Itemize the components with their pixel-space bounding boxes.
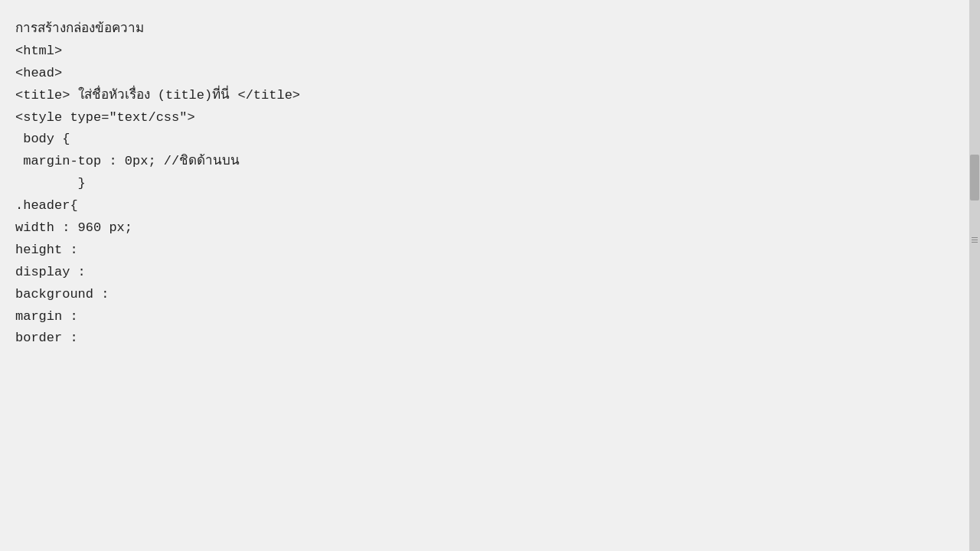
line-margin-top: margin-top : 0px; //ชิดด้านบน [15, 151, 954, 173]
scrollbar-grip [972, 237, 978, 243]
line-display: display : [15, 262, 954, 284]
line-html: <html> [15, 41, 954, 63]
scrollbar[interactable] [969, 0, 980, 551]
line-title: <title> ใส่ชื่อหัวเรื่อง (title)ที่นี่ <… [15, 85, 954, 107]
lines-container: การสร้างกล่องข้อความ<html><head><title> … [15, 18, 954, 350]
line-border: border : [15, 328, 954, 350]
line-body-open: body { [15, 129, 954, 151]
line-intro: การสร้างกล่องข้อความ [15, 18, 954, 41]
content-area: การสร้างกล่องข้อความ<html><head><title> … [0, 0, 969, 551]
line-header-class: .header{ [15, 195, 954, 217]
line-width: width : 960 px; [15, 217, 954, 240]
scrollbar-thumb[interactable] [970, 155, 979, 201]
line-style: <style type="text/css"> [15, 107, 954, 129]
line-margin: margin : [15, 306, 954, 328]
page-wrapper: การสร้างกล่องข้อความ<html><head><title> … [0, 0, 980, 551]
line-head: <head> [15, 63, 954, 85]
line-body-close: } [15, 173, 954, 195]
line-height: height : [15, 240, 954, 262]
line-background: background : [15, 284, 954, 306]
